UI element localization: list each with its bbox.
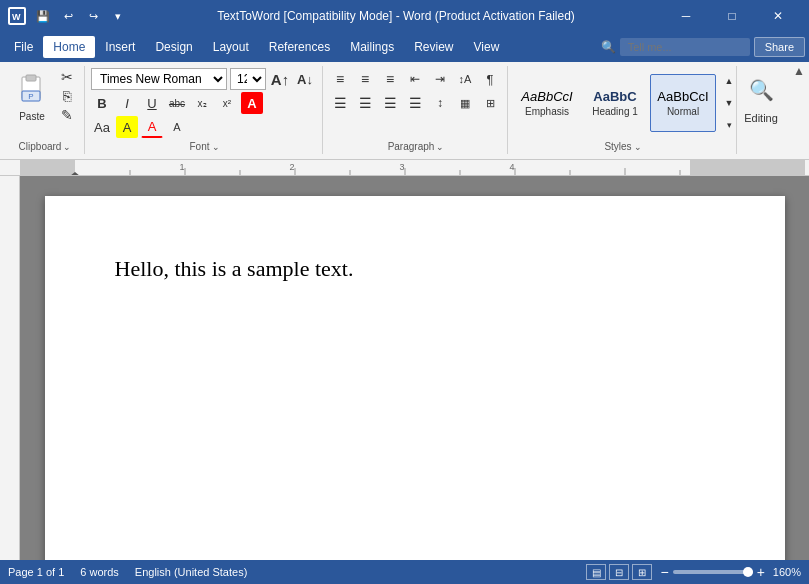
document-content[interactable]: Hello, this is a sample text. (115, 256, 715, 282)
paste-button[interactable]: P Paste (10, 68, 54, 126)
increase-indent-button[interactable]: ⇥ (429, 68, 451, 90)
document-scroll[interactable]: Hello, this is a sample text. (20, 176, 809, 560)
format-painter-button[interactable]: ✎ (56, 106, 78, 124)
menu-mailings[interactable]: Mailings (340, 36, 404, 58)
change-case-button[interactable]: Aa (91, 116, 113, 138)
editing-group: 🔍 Editing (739, 66, 783, 154)
customize-qat-button[interactable]: ▾ (107, 5, 129, 27)
styles-up-button[interactable]: ▲ (718, 70, 740, 92)
vertical-ruler (0, 176, 20, 560)
paste-icon: P (16, 73, 48, 109)
style-heading1[interactable]: AaBbC Heading 1 (582, 74, 648, 132)
font-group: Times New Roman 12 A↑ A↓ B I U abc x₂ x²… (87, 66, 323, 154)
window-title: TextToWord [Compatibility Mode] - Word (… (129, 9, 663, 23)
document-area: Hello, this is a sample text. (0, 176, 809, 560)
clipboard-expand-icon[interactable]: ⌄ (63, 142, 71, 152)
menu-file[interactable]: File (4, 36, 43, 58)
cut-button[interactable]: ✂ (56, 68, 78, 86)
word-icon: W (8, 7, 26, 25)
sort-button[interactable]: ↕A (454, 68, 476, 90)
subscript-button[interactable]: x₂ (191, 92, 213, 114)
font-expand-icon[interactable]: ⌄ (212, 142, 220, 152)
align-center-button[interactable]: ☰ (354, 92, 376, 114)
styles-expand-icon[interactable]: ⌄ (634, 142, 642, 152)
strikethrough-button[interactable]: abc (166, 92, 188, 114)
view-buttons: ▤ ⊟ ⊞ (586, 564, 652, 580)
style-emphasis[interactable]: AaBbCcI Emphasis (514, 74, 580, 132)
line-spacing-button[interactable]: ↕ (429, 92, 451, 114)
search-icon: 🔍 (749, 78, 774, 102)
redo-button[interactable]: ↪ (82, 5, 104, 27)
paragraph-group-label: Paragraph (388, 141, 435, 152)
menu-home[interactable]: Home (43, 36, 95, 58)
justify-button[interactable]: ☰ (404, 92, 426, 114)
title-bar: W 💾 ↩ ↪ ▾ TextToWord [Compatibility Mode… (0, 0, 809, 32)
window-controls: ─ □ ✕ (663, 0, 801, 32)
status-right: ▤ ⊟ ⊞ − + 160% (586, 564, 801, 580)
language: English (United States) (135, 566, 248, 578)
svg-text:1: 1 (179, 162, 184, 172)
styles-expand-button[interactable]: ▾ (718, 114, 740, 136)
web-layout-button[interactable]: ⊞ (632, 564, 652, 580)
search-icon: 🔍 (601, 40, 616, 54)
paragraph-group-label-row: Paragraph ⌄ (325, 141, 507, 152)
bullets-button[interactable]: ≡ (329, 68, 351, 90)
tell-me-input[interactable] (620, 38, 750, 56)
bold-button[interactable]: B (91, 92, 113, 114)
undo-button[interactable]: ↩ (57, 5, 79, 27)
text-effects-button[interactable]: A (166, 116, 188, 138)
paragraph-expand-icon[interactable]: ⌄ (436, 142, 444, 152)
copy-button[interactable]: ⎘ (56, 87, 78, 105)
minimize-button[interactable]: ─ (663, 0, 709, 32)
menu-insert[interactable]: Insert (95, 36, 145, 58)
styles-group: AaBbCcI Emphasis AaBbC Heading 1 AaBbCcI… (510, 66, 737, 154)
svg-text:3: 3 (399, 162, 404, 172)
menu-layout[interactable]: Layout (203, 36, 259, 58)
paste-label: Paste (19, 111, 45, 122)
read-mode-button[interactable]: ⊟ (609, 564, 629, 580)
save-button[interactable]: 💾 (32, 5, 54, 27)
style-normal[interactable]: AaBbCcI Normal (650, 74, 716, 132)
shading-button[interactable]: ▦ (454, 92, 476, 114)
border-button[interactable]: ⊞ (479, 92, 501, 114)
share-button[interactable]: Share (754, 37, 805, 57)
svg-text:P: P (28, 92, 33, 101)
show-hide-button[interactable]: ¶ (479, 68, 501, 90)
document-page[interactable]: Hello, this is a sample text. (45, 196, 785, 560)
zoom-slider[interactable] (673, 570, 753, 574)
menu-design[interactable]: Design (145, 36, 202, 58)
clear-format-button[interactable]: A (241, 92, 263, 114)
shrink-font-button[interactable]: A↓ (294, 68, 316, 90)
print-layout-button[interactable]: ▤ (586, 564, 606, 580)
clipboard-group-label-row: Clipboard ⌄ (6, 141, 84, 152)
grow-font-button[interactable]: A↑ (269, 68, 291, 90)
font-color-button[interactable]: A (141, 116, 163, 138)
superscript-button[interactable]: x² (216, 92, 238, 114)
styles-down-button[interactable]: ▼ (718, 92, 740, 114)
menu-review[interactable]: Review (404, 36, 463, 58)
align-left-button[interactable]: ☰ (329, 92, 351, 114)
menu-view[interactable]: View (464, 36, 510, 58)
font-row-3: Aa A A A (91, 116, 316, 138)
menu-references[interactable]: References (259, 36, 340, 58)
highlight-button[interactable]: A (116, 116, 138, 138)
font-size-select[interactable]: 12 (230, 68, 266, 90)
zoom-slider-thumb (743, 567, 753, 577)
zoom-in-button[interactable]: + (757, 564, 765, 580)
underline-button[interactable]: U (141, 92, 163, 114)
style-heading1-preview: AaBbC (593, 89, 636, 104)
decrease-indent-button[interactable]: ⇤ (404, 68, 426, 90)
find-replace-button[interactable]: 🔍 (743, 72, 779, 108)
maximize-button[interactable]: □ (709, 0, 755, 32)
zoom-out-button[interactable]: − (660, 564, 668, 580)
italic-button[interactable]: I (116, 92, 138, 114)
numbered-list-button[interactable]: ≡ (354, 68, 376, 90)
align-right-button[interactable]: ☰ (379, 92, 401, 114)
font-name-select[interactable]: Times New Roman (91, 68, 227, 90)
multilevel-list-button[interactable]: ≡ (379, 68, 401, 90)
close-button[interactable]: ✕ (755, 0, 801, 32)
style-heading1-label: Heading 1 (592, 106, 638, 117)
styles-scroll-buttons: ▲ ▼ ▾ (718, 68, 732, 138)
ribbon-collapse-button[interactable]: ▲ (793, 64, 805, 78)
para-row-2: ☰ ☰ ☰ ☰ ↕ ▦ ⊞ (329, 92, 501, 114)
